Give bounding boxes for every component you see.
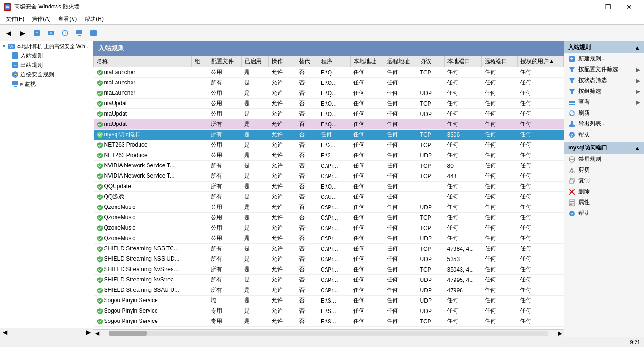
cell-enabled: 是 bbox=[241, 171, 269, 182]
col-local-addr[interactable]: 本地地址 bbox=[350, 56, 384, 67]
table-row[interactable]: QzoneMusic 公用 是 允许 否 C:\Pr... 任何 任何 UDP … bbox=[94, 202, 564, 213]
toolbar-btn3[interactable]: i bbox=[58, 26, 72, 40]
minimize-button[interactable]: — bbox=[575, 0, 597, 14]
action-cut[interactable]: 剪切 bbox=[564, 165, 644, 175]
actions-inbound-header[interactable]: 入站规则 ▲ bbox=[564, 41, 644, 53]
actions-rule-collapse[interactable]: ▲ bbox=[635, 145, 640, 151]
svg-text:→: → bbox=[13, 53, 17, 58]
svg-point-38 bbox=[572, 171, 574, 173]
cell-name: maUpdat bbox=[94, 109, 192, 119]
toolbar-btn2[interactable]: ≡ bbox=[44, 26, 58, 40]
toolbar-forward[interactable]: ▶ bbox=[16, 26, 29, 40]
table-row[interactable]: SHIELD Streaming NSS TC... 所有 是 允许 否 C:\… bbox=[94, 244, 564, 254]
action-help-inbound[interactable]: ? 帮助 bbox=[564, 129, 644, 140]
close-button[interactable]: ✕ bbox=[619, 0, 640, 14]
table-row[interactable]: Sogou Pinyin Service 专用 是 允许 否 E:\S... 任… bbox=[94, 306, 564, 316]
cell-local-port: 任何 bbox=[444, 109, 482, 119]
menu-view[interactable]: 查看(V) bbox=[54, 14, 81, 24]
cell-program: C:\Pr... bbox=[318, 233, 350, 244]
tree-item-outbound[interactable]: ← 出站规则 bbox=[0, 60, 93, 70]
menu-action[interactable]: 操作(A) bbox=[28, 14, 54, 24]
table-row[interactable]: QzoneMusic 公用 是 允许 否 C:\Pr... 任何 任何 TCP … bbox=[94, 213, 564, 223]
table-row[interactable]: maUpdat 公用 是 允许 否 E:\Q... 任何 任何 TCP 任何 任… bbox=[94, 99, 564, 109]
action-refresh[interactable]: 刷新 bbox=[564, 107, 644, 118]
table-row[interactable]: QzoneMusic 公用 是 允许 否 C:\Pr... 任何 任何 TCP … bbox=[94, 223, 564, 233]
col-name[interactable]: 名称 bbox=[94, 56, 192, 67]
col-group[interactable]: 组 bbox=[192, 56, 208, 67]
table-container[interactable]: 名称 组 配置文件 已启用 操作 替代 程序 本地地址 远程地址 协议 本地端口… bbox=[93, 56, 564, 329]
action-filter-profile[interactable]: 按配置文件筛选 ▶ bbox=[564, 64, 644, 75]
col-profile[interactable]: 配置文件 bbox=[208, 56, 241, 67]
status-bar: 9:21 bbox=[0, 337, 644, 347]
action-export[interactable]: 导出列表... bbox=[564, 118, 644, 129]
action-delete[interactable]: 删除 bbox=[564, 186, 644, 197]
cell-auth-users: 任何 bbox=[517, 192, 563, 202]
table-row[interactable]: QzoneMusic 公用 是 允许 否 C:\Pr... 任何 任何 UDP … bbox=[94, 233, 564, 244]
tree-root[interactable]: ▼ W 本地计算机 上的高级安全 Win... bbox=[0, 41, 93, 51]
table-row[interactable]: NVIDIA Network Service T... 所有 是 允许 否 C:… bbox=[94, 171, 564, 182]
scroll-left-btn[interactable]: ◀ bbox=[93, 330, 101, 337]
table-row[interactable]: SHIELD Streaming NvStrea... 所有 是 允许 否 C:… bbox=[94, 275, 564, 285]
table-row[interactable]: maUpdat 所有 是 允许 否 E:\Q... 任何 任何 任何 任何 任何 bbox=[94, 119, 564, 130]
col-action[interactable]: 操作 bbox=[269, 56, 296, 67]
table-row[interactable]: SHIELD Streaming SSAU U... 所有 是 允许 否 C:\… bbox=[94, 285, 564, 296]
toolbar-btn1[interactable]: F bbox=[30, 26, 43, 40]
scroll-right-btn[interactable]: ▶ bbox=[556, 330, 564, 337]
action-filter-status[interactable]: 按状态筛选 ▶ bbox=[564, 75, 644, 86]
col-override[interactable]: 替代 bbox=[296, 56, 318, 67]
table-row[interactable]: Sogou Pinyin Service 专用 是 允许 否 E:\S... 任… bbox=[94, 316, 564, 327]
col-auth-users[interactable]: 授权的用户▲ bbox=[517, 56, 563, 67]
action-filter-group[interactable]: 按组筛选 ▶ bbox=[564, 86, 644, 97]
cell-action: 允许 bbox=[269, 285, 296, 296]
cell-enabled: 是 bbox=[241, 78, 269, 88]
col-local-port[interactable]: 本地端口 bbox=[444, 56, 482, 67]
col-program[interactable]: 程序 bbox=[318, 56, 350, 67]
table-row[interactable]: maLauncher 公用 是 允许 否 E:\Q... 任何 任何 UDP 任… bbox=[94, 88, 564, 99]
table-row[interactable]: NVIDIA Network Service T... 所有 是 允许 否 C:… bbox=[94, 161, 564, 171]
scroll-track[interactable] bbox=[109, 331, 548, 336]
action-view[interactable]: 查看 ▶ bbox=[564, 97, 644, 107]
menu-help[interactable]: 帮助(H) bbox=[81, 14, 107, 24]
table-row[interactable]: NET263 Produce 公用 是 允许 否 E:\2... 任何 任何 U… bbox=[94, 150, 564, 161]
action-properties[interactable]: 属性 bbox=[564, 197, 644, 208]
tree-item-security[interactable]: 🔒 连接安全规则 bbox=[0, 70, 93, 79]
table-row[interactable]: Sogou Pinyin Service 域 是 允许 否 E:\S... 任何… bbox=[94, 296, 564, 306]
table-row[interactable]: maUpdat 公用 是 允许 否 E:\Q... 任何 任何 UDP 任何 任… bbox=[94, 109, 564, 119]
cell-auth-users: 任何 bbox=[517, 296, 563, 306]
title-bar: W 高级安全 Windows 防火墙 — ❐ ✕ bbox=[0, 0, 644, 14]
toolbar-btn4[interactable] bbox=[73, 26, 86, 40]
scroll-thumb[interactable] bbox=[109, 331, 147, 336]
table-row[interactable]: QQUpdate 所有 是 允许 否 E:\Q... 任何 任何 任何 任何 任… bbox=[94, 182, 564, 192]
horizontal-scrollbar[interactable]: ◀ ▶ bbox=[93, 329, 564, 337]
actions-rule-header[interactable]: mysql访问端口 ▲ bbox=[564, 142, 644, 154]
col-remote-port[interactable]: 远程端口 bbox=[482, 56, 517, 67]
cell-remote-addr: 任何 bbox=[384, 233, 417, 244]
cell-name: Sogou Pinyin Service bbox=[94, 316, 192, 327]
table-row[interactable]: maLauncher 公用 是 允许 否 E:\Q... 任何 任何 TCP 任… bbox=[94, 67, 564, 78]
table-row[interactable]: SHIELD Streaming NSS UD... 所有 是 允许 否 C:\… bbox=[94, 254, 564, 264]
table-row[interactable]: NET263 Produce 公用 是 允许 否 E:\2... 任何 任何 T… bbox=[94, 140, 564, 150]
menu-file[interactable]: 文件(F) bbox=[2, 14, 28, 24]
table-row[interactable]: QQ游戏 所有 是 允许 否 C:\U... 任何 任何 任何 任何 任何 bbox=[94, 192, 564, 202]
col-enabled[interactable]: 已启用 bbox=[241, 56, 269, 67]
toolbar-back[interactable]: ◀ bbox=[2, 26, 15, 40]
action-copy[interactable]: 复制 bbox=[564, 175, 644, 186]
left-panel-scroll-left[interactable]: ◀ bbox=[0, 328, 10, 337]
table-row[interactable]: mysql访问端口 所有 是 允许 否 任何 任何 任何 TCP 3306 任何… bbox=[94, 130, 564, 140]
tree-item-inbound[interactable]: → 入站规则 bbox=[0, 51, 93, 60]
actions-inbound-collapse[interactable]: ▲ bbox=[635, 44, 640, 51]
table-row[interactable]: maLauncher 所有 是 允许 否 E:\Q... 任何 任何 任何 任何… bbox=[94, 78, 564, 88]
col-remote-addr[interactable]: 远程地址 bbox=[384, 56, 417, 67]
toolbar-btn5[interactable] bbox=[87, 26, 100, 40]
svg-marker-23 bbox=[569, 78, 575, 83]
cell-local-addr: 任何 bbox=[350, 202, 384, 213]
cell-local-addr: 任何 bbox=[350, 140, 384, 150]
table-row[interactable]: SHIELD Streaming NvStrea... 所有 是 允许 否 C:… bbox=[94, 264, 564, 275]
action-new-rule[interactable]: + 新建规则... bbox=[564, 53, 644, 64]
tree-item-monitor[interactable]: ▶ 监视 bbox=[0, 79, 93, 89]
left-panel-scroll-right[interactable]: ▶ bbox=[83, 328, 93, 337]
maximize-button[interactable]: ❐ bbox=[597, 0, 619, 14]
col-protocol[interactable]: 协议 bbox=[417, 56, 445, 67]
action-help-rule[interactable]: ? 帮助 bbox=[564, 208, 644, 219]
action-disable-rule[interactable]: 禁用规则 bbox=[564, 154, 644, 165]
